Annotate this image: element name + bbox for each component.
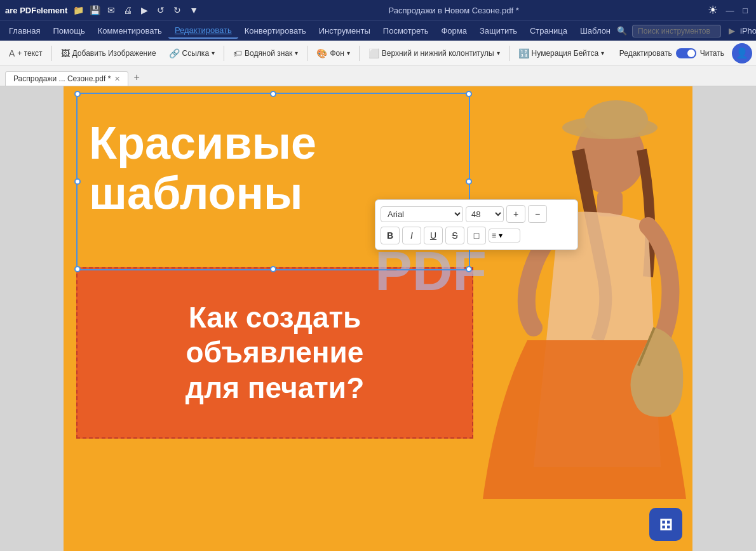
window-buttons: — □ bbox=[724, 4, 751, 16]
header-icon: ⬜ bbox=[368, 48, 379, 58]
menu-template[interactable]: Шаблон bbox=[574, 23, 617, 38]
app-logo: are PDFelement bbox=[5, 6, 67, 15]
wondershare-badge[interactable]: ⊞ bbox=[649, 508, 682, 541]
menu-convert[interactable]: Конвертировать bbox=[238, 23, 313, 38]
bates-num-button[interactable]: 🔢 Нумерация Бейтса ▾ bbox=[513, 46, 610, 60]
menu-form[interactable]: Форма bbox=[435, 23, 473, 38]
separator-4 bbox=[359, 46, 360, 61]
title-bar: are PDFelement 📁 💾 ✉ 🖨 ▶ ↺ ↻ ▼ Распродаж… bbox=[0, 0, 756, 20]
menu-bar-right: 🔍 ▶ iPhone / iP bbox=[617, 25, 756, 37]
box-line1: Как создать bbox=[189, 301, 361, 334]
menu-edit[interactable]: Редактировать bbox=[168, 23, 238, 39]
toolbar: A + текст 🖼 Добавить Изображение 🔗 Ссылк… bbox=[0, 41, 756, 66]
add-image-button[interactable]: 🖼 Добавить Изображение bbox=[56, 46, 161, 60]
save-icon[interactable]: 💾 bbox=[89, 4, 100, 16]
italic-button[interactable]: I bbox=[402, 227, 421, 244]
separator-1 bbox=[51, 46, 52, 61]
menu-protect[interactable]: Защитить bbox=[473, 23, 523, 38]
watermark-icon: 🏷 bbox=[233, 48, 242, 58]
bates-icon: 🔢 bbox=[518, 48, 529, 58]
tab-bar: Распродажи ... Сезоне.pdf * ✕ + bbox=[0, 66, 756, 86]
undo-icon[interactable]: ↺ bbox=[155, 4, 166, 16]
edit-toggle: Редактировать Читать bbox=[619, 48, 724, 58]
person-svg bbox=[432, 86, 686, 551]
toolbar-row2: B I U S □ ≡ ▾ bbox=[381, 227, 572, 244]
font-size-select[interactable]: 48 bbox=[466, 206, 504, 222]
iphone-breadcrumb: iPhone / iP bbox=[740, 26, 756, 36]
menu-tools[interactable]: Инструменты bbox=[313, 23, 377, 38]
background-button[interactable]: 🎨 Фон ▾ bbox=[311, 46, 354, 60]
font-family-select[interactable]: Arial bbox=[381, 206, 463, 222]
title-bar-left: are PDFelement 📁 💾 ✉ 🖨 ▶ ↺ ↻ ▼ bbox=[5, 4, 199, 16]
search-icon: 🔍 bbox=[617, 26, 627, 36]
add-text-icon: A bbox=[9, 48, 15, 58]
handle-tl[interactable] bbox=[74, 91, 81, 97]
handle-bm[interactable] bbox=[270, 266, 276, 272]
separator-3 bbox=[307, 46, 307, 61]
active-tab[interactable]: Распродажи ... Сезоне.pdf * ✕ bbox=[5, 71, 128, 86]
bold-button[interactable]: B bbox=[381, 227, 400, 244]
print-icon[interactable]: 🖨 bbox=[122, 4, 133, 16]
handle-ml[interactable] bbox=[74, 178, 81, 185]
menu-home[interactable]: Главная bbox=[3, 23, 46, 38]
more-icon[interactable]: ▶ bbox=[138, 4, 150, 16]
tab-label: Распродажи ... Сезоне.pdf * bbox=[13, 74, 111, 83]
title-bar-icons: 📁 💾 ✉ 🖨 ▶ ↺ ↻ ▼ bbox=[72, 4, 199, 16]
hf-dropdown-icon: ▾ bbox=[497, 50, 500, 56]
handle-br[interactable] bbox=[466, 266, 472, 272]
link-button[interactable]: 🔗 Ссылка ▾ bbox=[164, 46, 220, 60]
align-icon: ≡ bbox=[492, 231, 496, 240]
image-icon: 🖼 bbox=[61, 48, 70, 58]
menu-comment[interactable]: Комментировать bbox=[91, 23, 168, 38]
text-format-toolbar: Arial 48 + − B I U S □ ≡ ▾ bbox=[375, 199, 578, 250]
menu-page[interactable]: Страница bbox=[523, 23, 574, 38]
title-bar-right: ☀ — □ bbox=[708, 3, 751, 17]
ws-badge-icon: ⊞ bbox=[659, 515, 673, 534]
user-avatar-icon: 👤 bbox=[736, 47, 748, 59]
toolbar-row1: Arial 48 + − bbox=[381, 205, 572, 223]
main-content: Красивые шаблоны PDF Как создать объявле… bbox=[0, 86, 756, 551]
add-text-button[interactable]: A + текст bbox=[4, 46, 48, 60]
header-footer-button[interactable]: ⬜ Верхний и нижний колонтитулы ▾ bbox=[363, 46, 505, 60]
pdf-canvas: Красивые шаблоны PDF Как создать объявле… bbox=[64, 86, 692, 551]
search-tools-input[interactable] bbox=[632, 25, 721, 37]
svg-point-2 bbox=[584, 100, 648, 138]
font-increase-button[interactable]: + bbox=[506, 205, 525, 223]
user-avatar[interactable]: 👤 bbox=[732, 43, 752, 63]
menu-view[interactable]: Посмотреть bbox=[377, 23, 435, 38]
separator-2 bbox=[224, 46, 224, 61]
tab-close-button[interactable]: ✕ bbox=[114, 75, 120, 83]
color-box-button[interactable]: □ bbox=[467, 227, 486, 244]
toggle-switch[interactable] bbox=[676, 48, 696, 58]
font-decrease-button[interactable]: − bbox=[528, 205, 547, 223]
email-icon[interactable]: ✉ bbox=[105, 4, 117, 16]
bg-dropdown-icon: ▾ bbox=[347, 50, 350, 56]
align-select[interactable]: ≡ ▾ bbox=[489, 229, 520, 242]
maximize-button[interactable]: □ bbox=[739, 4, 751, 16]
weather-icon: ☀ bbox=[708, 3, 718, 17]
bn-dropdown-icon: ▾ bbox=[601, 50, 604, 56]
link-dropdown-icon: ▾ bbox=[212, 50, 215, 56]
folder-icon[interactable]: 📁 bbox=[72, 4, 84, 16]
link-icon: 🔗 bbox=[169, 48, 180, 58]
dropdown-arrow-icon[interactable]: ▼ bbox=[188, 4, 199, 16]
menu-bar: Главная Помощь Комментировать Редактиров… bbox=[0, 20, 756, 41]
watermark-button[interactable]: 🏷 Водяной знак ▾ bbox=[228, 46, 303, 60]
background-icon: 🎨 bbox=[316, 48, 327, 58]
handle-tm[interactable] bbox=[270, 91, 276, 97]
expand-icon[interactable]: ▶ bbox=[729, 26, 735, 36]
handle-mr[interactable] bbox=[466, 178, 472, 185]
minimize-button[interactable]: — bbox=[724, 4, 736, 16]
strikethrough-button[interactable]: S bbox=[445, 227, 464, 244]
redo-icon[interactable]: ↻ bbox=[172, 4, 183, 16]
underline-button[interactable]: U bbox=[424, 227, 443, 244]
window-title: Распродажи в Новом Сезоне.pdf * bbox=[199, 6, 708, 15]
add-tab-button[interactable]: + bbox=[128, 69, 144, 86]
menu-help[interactable]: Помощь bbox=[46, 23, 91, 38]
handle-tr[interactable] bbox=[466, 91, 472, 97]
align-dropdown-icon: ▾ bbox=[499, 231, 503, 240]
orange-box-text: Как создать объявление для печати? bbox=[175, 290, 374, 416]
handle-bl[interactable] bbox=[74, 266, 81, 272]
watermark-dropdown-icon: ▾ bbox=[295, 50, 298, 56]
box-line3: для печати? bbox=[186, 371, 364, 404]
